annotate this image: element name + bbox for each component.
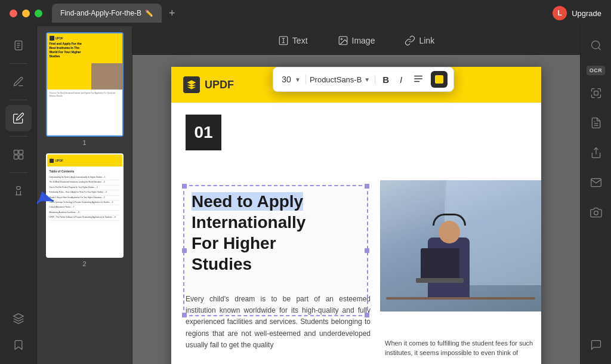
blue-arrow: [37, 189, 61, 215]
pdf-right-image: [380, 180, 541, 311]
heading-highlight: Need to Apply: [192, 192, 303, 211]
font-family-value: ProductSans-B: [310, 75, 362, 84]
right-sidebar-snapshot[interactable]: [583, 199, 609, 226]
page-number-badge: 01: [186, 115, 221, 150]
tab-title: Find-and-Apply-For-the-B: [60, 9, 141, 17]
right-sidebar-mail[interactable]: [583, 169, 609, 196]
add-tab-button[interactable]: +: [164, 7, 180, 20]
right-sidebar-search[interactable]: [583, 32, 609, 58]
svg-point-12: [341, 38, 342, 39]
heading-line2: Internationally: [192, 213, 306, 232]
thumbnail-page-1[interactable]: UPDF Find and Apply For the Best Institu…: [42, 32, 127, 146]
thumb-page-1-preview[interactable]: UPDF Find and Apply For the Best Institu…: [46, 32, 124, 137]
text-selection-box[interactable]: Need to Apply Internationally For Higher…: [183, 185, 368, 316]
font-size-value: 30: [279, 75, 294, 84]
upgrade-button[interactable]: Upgrade: [572, 9, 601, 18]
logo-icon: [183, 76, 200, 93]
toolbar-image-label: Image: [352, 36, 375, 45]
svg-point-22: [594, 211, 598, 215]
avatar: L: [553, 6, 567, 20]
thumb-label-1: 1: [82, 139, 86, 146]
upgrade-section: L Upgrade: [553, 6, 601, 20]
thumbnail-page-2[interactable]: UPDF Table of Contents Understanding the…: [42, 153, 127, 267]
italic-button[interactable]: I: [396, 73, 406, 86]
content-area: 30 ▼ ProductSans-B ▼ B I: [132, 55, 580, 364]
pdf-page: UPDF 01: [171, 67, 541, 364]
caption-text: When it comes to fulfilling the student …: [385, 338, 536, 358]
pdf-logo: UPDF: [183, 76, 234, 93]
titlebar: Find-and-Apply-For-the-B ✏️ + L Upgrade: [0, 0, 611, 26]
sidebar-divider-2: [10, 100, 27, 100]
close-button[interactable]: [10, 10, 17, 17]
svg-rect-18: [594, 91, 598, 95]
sidebar-icon-edit[interactable]: [5, 105, 32, 131]
heading-line4: Studies: [192, 255, 252, 273]
thumbnail-panel: UPDF Find and Apply For the Best Institu…: [37, 26, 132, 364]
handle-bottom-right[interactable]: [365, 313, 369, 317]
toolbar-text-label: Text: [292, 36, 308, 45]
toolbar-link-button[interactable]: Link: [399, 32, 440, 50]
sidebar-divider-3: [10, 136, 27, 137]
ocr-badge-container[interactable]: OCR: [587, 62, 606, 76]
sidebar-divider-1: [10, 63, 27, 64]
sidebar-icon-stamp[interactable]: [5, 178, 32, 204]
link-icon: [405, 35, 415, 46]
image-caption: When it comes to fulfilling the student …: [380, 331, 541, 363]
align-button[interactable]: [409, 72, 427, 87]
thumb-p1-content: UPDF Find and Apply For the Best Institu…: [47, 33, 122, 135]
edit-tab-icon[interactable]: ✏️: [145, 10, 153, 17]
handle-bottom-left[interactable]: [182, 313, 187, 317]
text-icon: [278, 35, 289, 46]
font-size-dropdown-arrow[interactable]: ▼: [295, 76, 301, 83]
right-sidebar-chat[interactable]: [583, 332, 609, 358]
toolbar: Text Image Link: [132, 26, 580, 55]
svg-point-16: [591, 41, 599, 49]
sidebar-divider-4: [10, 172, 27, 173]
toolbar-text-button[interactable]: Text: [272, 32, 314, 50]
pdf-heading: Need to Apply Internationally For Higher…: [184, 186, 367, 279]
color-swatch: [435, 75, 443, 84]
pdf-body: 01 Need to Apply Internationally: [171, 103, 541, 363]
font-family-dropdown-arrow[interactable]: ▼: [364, 76, 370, 83]
tab-bar: Find-and-Apply-For-the-B ✏️ +: [52, 4, 180, 23]
svg-line-17: [598, 48, 600, 50]
right-sidebar-share[interactable]: [583, 140, 609, 166]
font-size-control[interactable]: 30 ▼: [279, 75, 306, 84]
maximize-button[interactable]: [35, 10, 42, 17]
sidebar-icon-pages[interactable]: [5, 141, 32, 168]
heading-line3: For Higher: [192, 234, 276, 252]
sidebar-icon-bookmark[interactable]: [5, 332, 32, 358]
text-color-button[interactable]: [431, 71, 448, 88]
right-sidebar-scan[interactable]: [583, 80, 609, 106]
toolbar-image-button[interactable]: Image: [332, 32, 381, 50]
font-family-control[interactable]: ProductSans-B ▼: [310, 75, 375, 84]
right-sidebar-file[interactable]: [583, 110, 609, 136]
sidebar-bottom: [5, 306, 32, 358]
sidebar-icon-annotate[interactable]: [5, 69, 32, 95]
svg-rect-5: [18, 150, 23, 155]
svg-rect-6: [14, 155, 18, 159]
tab-document[interactable]: Find-and-Apply-For-the-B ✏️: [52, 4, 162, 23]
toolbar-link-label: Link: [419, 36, 434, 45]
image-icon: [338, 35, 348, 46]
bold-button[interactable]: B: [379, 73, 393, 86]
ocr-badge: OCR: [587, 66, 606, 75]
sidebar-icon-document[interactable]: [5, 32, 32, 58]
minimize-button[interactable]: [22, 10, 30, 17]
svg-rect-4: [14, 150, 18, 155]
content-wrapper: Text Image Link: [132, 26, 580, 364]
app-body: UPDF Find and Apply For the Best Institu…: [0, 26, 611, 364]
heading-line1: Need to Apply: [192, 192, 303, 211]
logo-text: UPDF: [205, 79, 234, 91]
traffic-lights: [10, 10, 42, 17]
sidebar-icon-layers[interactable]: [5, 306, 32, 332]
svg-rect-7: [18, 155, 23, 159]
text-format-toolbar: 30 ▼ ProductSans-B ▼ B I: [273, 67, 454, 92]
left-sidebar: [0, 26, 37, 364]
svg-marker-8: [13, 314, 23, 319]
right-sidebar: OCR: [580, 26, 611, 364]
thumb-label-2: 2: [82, 260, 86, 267]
